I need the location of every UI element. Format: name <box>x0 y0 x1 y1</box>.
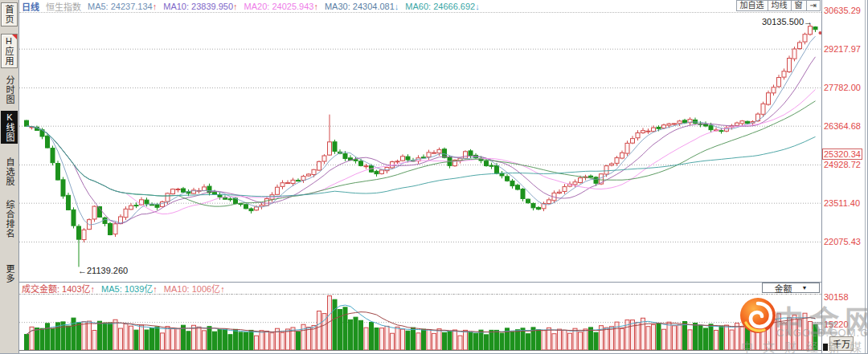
price-axis-label-2: 29217.97 <box>824 44 861 54</box>
volume-type-dropdown[interactable]: 金额 ▼ <box>762 283 820 293</box>
sidebar-item-5[interactable]: 自选股 <box>1 156 18 188</box>
dropdown-value: 金额 <box>775 282 792 295</box>
price-axis: 千万 30635.2929217.9727782.0026364.6824928… <box>821 0 868 354</box>
sidebar-item-7[interactable]: 更多 <box>1 262 18 285</box>
chevron-down-icon: ▼ <box>802 285 808 291</box>
volume-legend: 成交金额: 1403亿↑MA5: 1039亿↑MA10: 1006亿↑ <box>22 282 231 295</box>
low-annotation-value: 21139.260 <box>87 266 128 275</box>
volume-value-3: MA10: 1006亿↑ <box>164 284 225 294</box>
volume-value-2: MA5: 1039亿↑ <box>101 284 158 294</box>
left-arrow-icon: ← <box>78 266 87 275</box>
price-axis-label-1: 30635.29 <box>824 6 861 15</box>
price-axis-label-5: 24928.72 <box>824 160 861 169</box>
volume-unit-label: 千万 <box>829 336 854 351</box>
up-arrow-icon: ↑ <box>153 284 158 294</box>
volume-value-1: 成交金额: 1403亿↑ <box>22 284 95 294</box>
volume-axis-label-2: 15220 <box>824 319 849 329</box>
volume-axis-label-1: 30158 <box>824 292 849 302</box>
up-arrow-icon: ↑ <box>91 284 96 294</box>
price-axis-label-4: 26364.68 <box>824 121 861 131</box>
volume-zero-mark <box>823 344 828 351</box>
price-axis-label-6: 23511.40 <box>824 198 860 208</box>
candlestick-chart[interactable] <box>19 0 821 283</box>
sidebar-nav: 首页H应用分时图K线图自选股综合排名更多 <box>0 0 19 354</box>
price-axis-label-7: 22075.43 <box>824 237 861 246</box>
price-axis-label-3: 27782.00 <box>824 83 861 92</box>
sidebar-item-1[interactable]: 首页 <box>1 2 18 26</box>
volume-header: 成交金额: 1403亿↑MA5: 1039亿↑MA10: 1006亿↑ <box>22 283 231 293</box>
stock-app-window: 首页H应用分时图K线图自选股综合排名更多 日线 恒生指数 MA5: 24237.… <box>0 0 868 354</box>
high-annotation-value: 30135.500 <box>762 17 804 26</box>
low-annotation: ←21139.260 <box>78 266 128 275</box>
up-arrow-icon: ↑ <box>220 284 225 294</box>
volume-chart[interactable] <box>19 294 821 351</box>
right-arrow-icon: → <box>804 17 813 26</box>
sidebar-item-2[interactable]: H应用 <box>1 34 18 68</box>
sidebar-item-3[interactable]: 分时图 <box>1 74 18 106</box>
new-badge-icon <box>12 35 17 39</box>
price-marker-box: 25320.34 <box>822 149 862 160</box>
window-frame-edge <box>865 0 866 354</box>
sidebar-item-6[interactable]: 综合排名 <box>1 198 18 240</box>
sidebar-item-4[interactable]: K线图 <box>1 111 18 144</box>
high-annotation: 30135.500→ <box>762 17 813 26</box>
